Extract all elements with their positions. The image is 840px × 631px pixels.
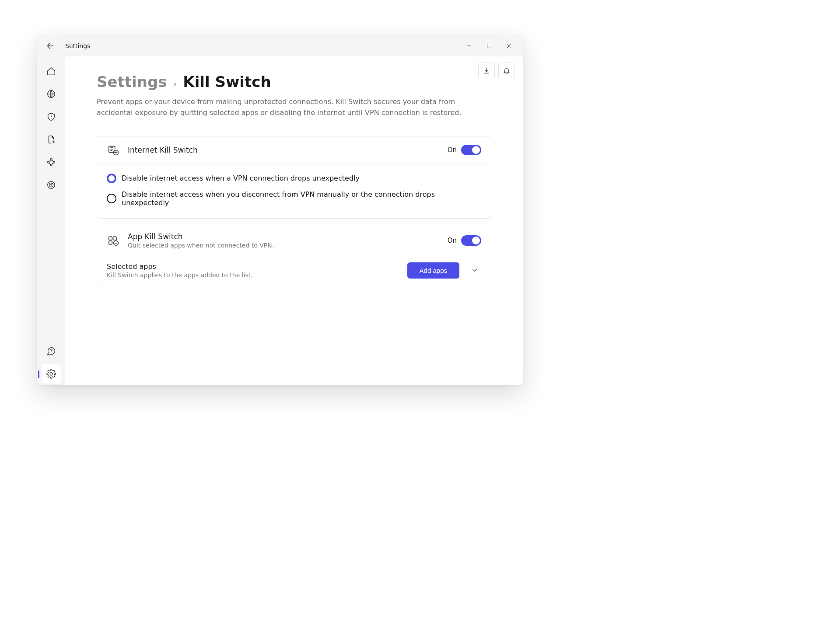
- svg-rect-12: [109, 241, 112, 244]
- window-title: Settings: [65, 42, 90, 49]
- add-apps-button[interactable]: Add apps: [407, 262, 459, 279]
- chevron-down-icon: [471, 266, 479, 274]
- titlebar: Settings: [37, 35, 523, 56]
- svg-rect-11: [109, 237, 112, 240]
- app-killswitch-subtitle: Quit selected apps when not connected to…: [128, 242, 448, 249]
- page-description: Prevent apps or your device from making …: [97, 97, 473, 119]
- expand-selected-apps[interactable]: [468, 264, 481, 277]
- gear-icon: [46, 369, 56, 379]
- breadcrumb-separator: ›: [173, 78, 177, 89]
- download-button[interactable]: [478, 63, 495, 79]
- selected-apps-row: Selected apps Kill Switch applies to the…: [97, 256, 491, 285]
- app-killswitch-header: App Kill Switch Quit selected apps when …: [97, 225, 491, 256]
- maximize-icon: [486, 43, 492, 49]
- app-killswitch-icon: [107, 234, 120, 247]
- selected-apps-title: Selected apps: [107, 262, 407, 271]
- selected-apps-subtitle: Kill Switch applies to the apps added to…: [107, 272, 407, 279]
- app-killswitch-toggle-wrap: On: [448, 235, 481, 246]
- page-actions: [478, 63, 515, 79]
- svg-rect-0: [487, 44, 491, 48]
- internet-killswitch-card: Internet Kill Switch On Disable internet…: [97, 136, 491, 219]
- internet-killswitch-title: Internet Kill Switch: [128, 146, 448, 154]
- sidebar-item-meshnet[interactable]: [42, 153, 61, 172]
- svg-point-8: [50, 373, 52, 375]
- mesh-icon: [46, 157, 56, 167]
- close-icon: [507, 43, 512, 49]
- home-icon: [46, 66, 56, 76]
- globe-icon: [46, 89, 56, 99]
- window-controls: [459, 37, 519, 55]
- notifications-button[interactable]: [498, 63, 515, 79]
- sidebar-item-settings[interactable]: [42, 364, 61, 383]
- breadcrumb: Settings › Kill Switch: [97, 73, 491, 91]
- arrow-left-icon: [47, 42, 54, 49]
- bell-icon: [503, 67, 511, 75]
- app-killswitch-title: App Kill Switch: [128, 232, 448, 241]
- file-share-icon: [46, 135, 56, 144]
- body: Settings › Kill Switch Prevent apps or y…: [37, 56, 523, 385]
- internet-killswitch-header: Internet Kill Switch On: [97, 136, 491, 164]
- minimize-button[interactable]: [459, 37, 479, 55]
- ks-option-always[interactable]: Disable internet access when you disconn…: [107, 187, 481, 210]
- back-button[interactable]: [42, 38, 58, 54]
- internet-killswitch-toggle[interactable]: [461, 145, 481, 155]
- internet-killswitch-state: On: [448, 146, 457, 154]
- sidebar-item-darkweb[interactable]: [42, 175, 61, 195]
- ks-option-always-label: Disable internet access when you disconn…: [122, 190, 481, 207]
- shield-icon: [46, 112, 56, 122]
- internet-killswitch-options: Disable internet access when a VPN conne…: [97, 164, 491, 218]
- sidebar-item-home[interactable]: [42, 62, 61, 81]
- app-killswitch-toggle[interactable]: [461, 235, 481, 246]
- maximize-button[interactable]: [479, 37, 499, 55]
- internet-killswitch-toggle-wrap: On: [448, 145, 481, 155]
- app-window: Settings: [37, 35, 523, 385]
- sidebar-item-file-share[interactable]: [42, 130, 61, 149]
- app-killswitch-card: App Kill Switch Quit selected apps when …: [97, 225, 491, 285]
- sidebar-item-threat-protection[interactable]: [42, 107, 61, 126]
- ks-option-auto[interactable]: Disable internet access when a VPN conne…: [107, 170, 481, 187]
- close-button[interactable]: [499, 37, 519, 55]
- minimize-icon: [466, 43, 472, 49]
- ks-option-auto-label: Disable internet access when a VPN conne…: [122, 174, 360, 182]
- content-panel: Settings › Kill Switch Prevent apps or y…: [65, 56, 523, 385]
- radio-selected-icon: [107, 174, 116, 183]
- breadcrumb-parent[interactable]: Settings: [97, 73, 167, 91]
- help-icon: [46, 346, 56, 356]
- sidebar: [37, 56, 65, 385]
- sidebar-item-browse[interactable]: [42, 84, 61, 104]
- svg-rect-13: [113, 237, 116, 240]
- page-title: Kill Switch: [183, 73, 271, 91]
- internet-killswitch-icon: [107, 143, 120, 157]
- download-icon: [483, 67, 490, 75]
- content-inner: Settings › Kill Switch Prevent apps or y…: [65, 56, 523, 309]
- target-icon: [46, 180, 56, 190]
- radio-unselected-icon: [107, 194, 116, 203]
- sidebar-item-help[interactable]: [42, 342, 61, 361]
- app-killswitch-state: On: [448, 237, 457, 244]
